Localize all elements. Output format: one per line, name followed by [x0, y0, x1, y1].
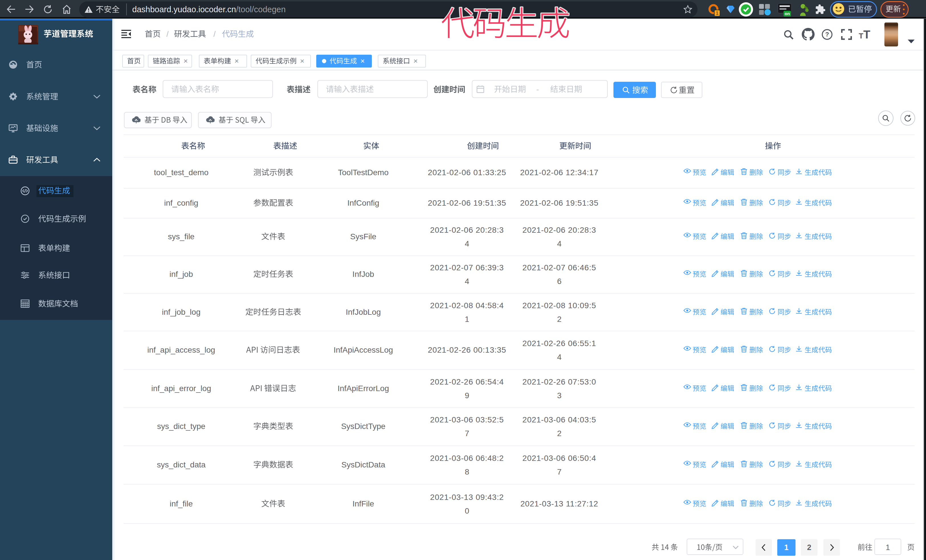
svg-text:1: 1	[716, 11, 719, 16]
svg-text:on: on	[785, 11, 790, 16]
svg-text:?: ?	[825, 31, 829, 38]
